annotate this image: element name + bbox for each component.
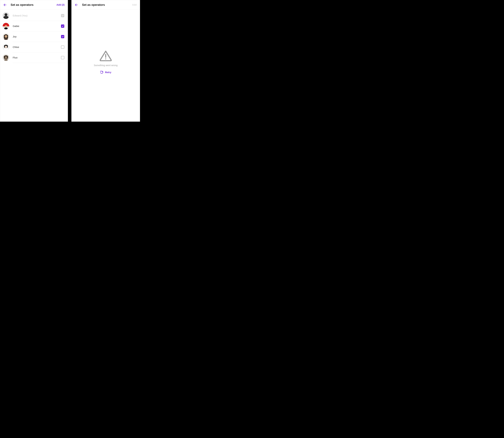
svg-rect-4 (3, 16, 9, 19)
member-row[interactable]: Joy (0, 31, 68, 42)
svg-rect-9 (4, 28, 8, 29)
svg-point-3 (5, 13, 7, 16)
error-state: Something went wrong Retry (71, 10, 140, 121)
svg-rect-17 (4, 48, 8, 50)
checkbox-checked[interactable] (61, 24, 64, 28)
member-name: Joy (13, 35, 61, 38)
member-list: Edward (You) Gabie Joy (0, 10, 68, 63)
check-icon (62, 25, 64, 27)
member-name: Chloe (13, 46, 61, 48)
check-icon (62, 15, 64, 17)
member-name: Edward (You) (13, 14, 61, 17)
avatar (3, 54, 9, 61)
member-row[interactable]: Gabie (0, 21, 68, 31)
svg-point-21 (5, 56, 6, 57)
page-title: Set as operators (82, 3, 132, 7)
add-button[interactable]: Add (2) (56, 3, 65, 6)
member-row[interactable]: Edward (You) (0, 10, 68, 21)
avatar (3, 44, 9, 50)
avatar (3, 23, 9, 29)
member-name: Fluo (13, 56, 61, 59)
error-message: Something went wrong (94, 64, 117, 67)
screen-operator-select: Set as operators Add (2) Edward (You) Ga… (0, 0, 68, 122)
screen-divider (68, 0, 71, 122)
retry-icon (100, 71, 103, 74)
arrow-left-icon (75, 3, 78, 7)
checkbox-unchecked[interactable] (61, 56, 64, 59)
member-row[interactable]: Fluo (0, 52, 68, 63)
svg-point-26 (105, 58, 106, 59)
svg-point-8 (5, 25, 7, 28)
back-button[interactable] (3, 2, 7, 7)
arrow-left-icon (3, 3, 7, 7)
back-button[interactable] (74, 2, 79, 7)
retry-label: Retry (105, 71, 111, 74)
avatar (3, 12, 9, 19)
warning-icon (99, 50, 112, 61)
checkbox-unchecked[interactable] (61, 45, 64, 49)
svg-rect-13 (4, 38, 8, 40)
add-button-disabled: Add (132, 3, 137, 6)
check-icon (62, 36, 64, 38)
svg-rect-23 (4, 59, 8, 61)
retry-button[interactable]: Retry (100, 71, 111, 74)
svg-point-16 (5, 46, 7, 48)
svg-point-12 (5, 35, 7, 38)
member-name: Gabie (13, 25, 61, 28)
checkbox-checked[interactable] (61, 35, 64, 38)
screen-operator-error: Set as operators Add Something went wron… (71, 0, 140, 122)
member-row[interactable]: Chloe (0, 42, 68, 52)
checkbox-locked (61, 14, 64, 17)
header: Set as operators Add (2) (0, 0, 68, 10)
header: Set as operators Add (71, 0, 140, 10)
svg-point-22 (6, 56, 7, 57)
avatar (3, 33, 9, 40)
page-title: Set as operators (11, 3, 56, 7)
